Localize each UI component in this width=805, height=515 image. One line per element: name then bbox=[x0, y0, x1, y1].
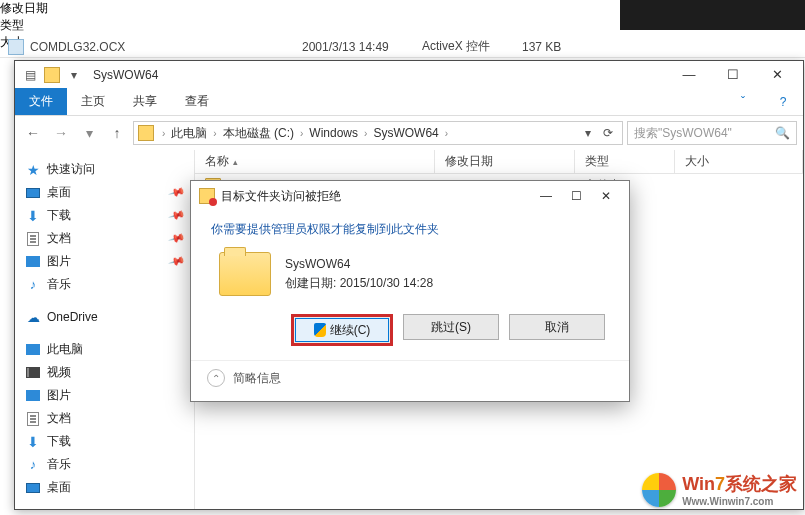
folder-icon bbox=[138, 125, 154, 141]
download-icon: ⬇ bbox=[25, 208, 41, 224]
ribbon-help-button[interactable]: ? bbox=[763, 88, 803, 115]
dialog-details-toggle[interactable]: ⌃ 简略信息 bbox=[191, 360, 629, 401]
sidebar-item-pictures-pc[interactable]: 图片 bbox=[19, 384, 190, 407]
address-dropdown-button[interactable]: ▾ bbox=[578, 126, 598, 140]
desktop-icon bbox=[25, 185, 41, 201]
music-icon: ♪ bbox=[25, 277, 41, 293]
parent-file-type: ActiveX 控件 bbox=[422, 38, 522, 55]
sidebar-item-videos[interactable]: 视频 bbox=[19, 361, 190, 384]
folder-large-icon bbox=[219, 252, 271, 296]
search-input[interactable]: 搜索"SysWOW64" 🔍 bbox=[627, 121, 797, 145]
sidebar-item-desktop-pc[interactable]: 桌面 bbox=[19, 476, 190, 499]
download-icon: ⬇ bbox=[25, 434, 41, 450]
parent-file-size: 137 KB bbox=[522, 40, 602, 54]
dialog-titlebar[interactable]: 目标文件夹访问被拒绝 — ☐ ✕ bbox=[191, 181, 629, 211]
pictures-icon bbox=[25, 254, 41, 270]
qat-dropdown[interactable]: ▾ bbox=[63, 64, 85, 86]
nav-forward-button[interactable]: → bbox=[49, 121, 73, 145]
star-icon: ★ bbox=[25, 162, 41, 178]
sidebar-item-documents[interactable]: 文档📌 bbox=[19, 227, 190, 250]
chevron-right-icon[interactable]: › bbox=[158, 128, 169, 139]
window-title: SysWOW64 bbox=[93, 68, 667, 82]
video-icon bbox=[25, 365, 41, 381]
pin-icon: 📌 bbox=[168, 252, 187, 270]
sidebar-thispc[interactable]: 此电脑 bbox=[19, 338, 190, 361]
chevron-up-icon: ⌃ bbox=[207, 369, 225, 387]
navigation-bar: ← → ▾ ↑ › 此电脑 › 本地磁盘 (C:) › Windows › Sy… bbox=[15, 116, 803, 150]
cancel-button[interactable]: 取消 bbox=[509, 314, 605, 340]
cloud-icon: ☁ bbox=[25, 309, 41, 325]
background-dark-region bbox=[620, 0, 805, 30]
dialog-folder-name: SysWOW64 bbox=[285, 257, 433, 271]
crumb-drive-c[interactable]: 本地磁盘 (C:) bbox=[221, 125, 296, 142]
chevron-right-icon[interactable]: › bbox=[441, 128, 452, 139]
nav-back-button[interactable]: ← bbox=[21, 121, 45, 145]
pin-icon: 📌 bbox=[168, 206, 187, 224]
ocx-file-icon bbox=[8, 39, 24, 55]
skip-button[interactable]: 跳过(S) bbox=[403, 314, 499, 340]
sidebar-item-downloads-pc[interactable]: ⬇下载 bbox=[19, 430, 190, 453]
sidebar-item-music[interactable]: ♪音乐 bbox=[19, 273, 190, 296]
document-icon bbox=[25, 411, 41, 427]
access-denied-dialog: 目标文件夹访问被拒绝 — ☐ ✕ 你需要提供管理员权限才能复制到此文件夹 Sys… bbox=[190, 180, 630, 402]
document-icon bbox=[25, 231, 41, 247]
chevron-right-icon[interactable]: › bbox=[360, 128, 371, 139]
pictures-icon bbox=[25, 388, 41, 404]
chevron-right-icon[interactable]: › bbox=[296, 128, 307, 139]
window-minimize-button[interactable]: — bbox=[667, 61, 711, 89]
ribbon: 文件 主页 共享 查看 ˇ ? bbox=[15, 88, 803, 116]
dialog-close-button[interactable]: ✕ bbox=[591, 184, 621, 208]
crumb-windows[interactable]: Windows bbox=[307, 126, 360, 140]
ribbon-expand-button[interactable]: ˇ bbox=[723, 88, 763, 115]
parent-file-row[interactable]: COMDLG32.OCX 2001/3/13 14:49 ActiveX 控件 … bbox=[8, 38, 797, 55]
dialog-title: 目标文件夹访问被拒绝 bbox=[221, 188, 531, 205]
sidebar-quick-access[interactable]: ★快速访问 bbox=[19, 158, 190, 181]
ribbon-tab-home[interactable]: 主页 bbox=[67, 88, 119, 115]
nav-history-dropdown[interactable]: ▾ bbox=[77, 121, 101, 145]
qat-properties-button[interactable]: ▤ bbox=[19, 64, 41, 86]
col-name[interactable]: 名称▴ bbox=[195, 150, 435, 173]
crumb-thispc[interactable]: 此电脑 bbox=[169, 125, 209, 142]
dialog-maximize-button[interactable]: ☐ bbox=[561, 184, 591, 208]
search-icon[interactable]: 🔍 bbox=[775, 126, 790, 140]
windows-flag-icon bbox=[642, 473, 676, 507]
sidebar-item-downloads[interactable]: ⬇下载📌 bbox=[19, 204, 190, 227]
parent-file-date: 2001/3/13 14:49 bbox=[302, 40, 422, 54]
dialog-minimize-button[interactable]: — bbox=[531, 184, 561, 208]
parent-file-name: COMDLG32.OCX bbox=[30, 40, 302, 54]
desktop-icon bbox=[25, 480, 41, 496]
ribbon-tab-view[interactable]: 查看 bbox=[171, 88, 223, 115]
sidebar-onedrive[interactable]: ☁OneDrive bbox=[19, 306, 190, 328]
crumb-syswow64[interactable]: SysWOW64 bbox=[371, 126, 440, 140]
nav-up-button[interactable]: ↑ bbox=[105, 121, 129, 145]
folder-denied-icon bbox=[199, 188, 215, 204]
col-size[interactable]: 大小 bbox=[675, 150, 803, 173]
qat-newfolder-button[interactable] bbox=[41, 64, 63, 86]
address-bar[interactable]: › 此电脑 › 本地磁盘 (C:) › Windows › SysWOW64 ›… bbox=[133, 121, 623, 145]
site-watermark: Win7系统之家 Www.Winwin7.com bbox=[642, 472, 797, 507]
uac-shield-icon bbox=[314, 323, 326, 337]
window-maximize-button[interactable]: ☐ bbox=[711, 61, 755, 89]
chevron-right-icon[interactable]: › bbox=[209, 128, 220, 139]
titlebar[interactable]: ▤ ▾ SysWOW64 — ☐ ✕ bbox=[15, 60, 803, 88]
search-placeholder: 搜索"SysWOW64" bbox=[634, 125, 732, 142]
pin-icon: 📌 bbox=[168, 183, 187, 201]
ribbon-tab-share[interactable]: 共享 bbox=[119, 88, 171, 115]
continue-button[interactable]: 继续(C) bbox=[291, 314, 393, 346]
column-headers: 名称▴ 修改日期 类型 大小 bbox=[195, 150, 803, 174]
window-close-button[interactable]: ✕ bbox=[755, 61, 799, 89]
navigation-sidebar: ★快速访问 桌面📌 ⬇下载📌 文档📌 图片📌 ♪音乐 ☁OneDrive 此电脑… bbox=[15, 150, 195, 509]
ribbon-file-tab[interactable]: 文件 bbox=[15, 88, 67, 115]
col-type[interactable]: 类型 bbox=[575, 150, 675, 173]
refresh-button[interactable]: ⟳ bbox=[598, 126, 618, 140]
sidebar-item-music-pc[interactable]: ♪音乐 bbox=[19, 453, 190, 476]
sort-caret-icon: ▴ bbox=[233, 157, 238, 167]
pin-icon: 📌 bbox=[168, 229, 187, 247]
pc-icon bbox=[25, 342, 41, 358]
dialog-message: 你需要提供管理员权限才能复制到此文件夹 bbox=[211, 221, 609, 238]
sidebar-item-pictures[interactable]: 图片📌 bbox=[19, 250, 190, 273]
col-date[interactable]: 修改日期 bbox=[435, 150, 575, 173]
sidebar-item-documents-pc[interactable]: 文档 bbox=[19, 407, 190, 430]
music-icon: ♪ bbox=[25, 457, 41, 473]
sidebar-item-desktop[interactable]: 桌面📌 bbox=[19, 181, 190, 204]
